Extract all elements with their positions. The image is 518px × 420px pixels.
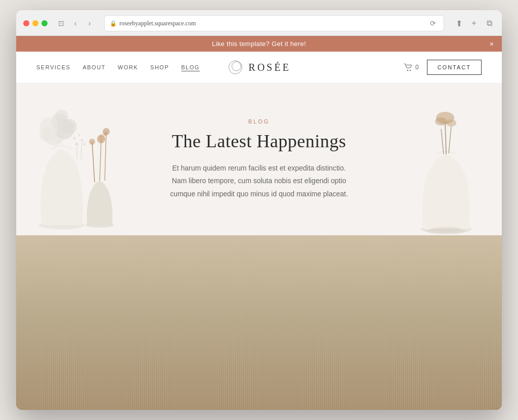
blog-image-section [16, 235, 502, 410]
svg-point-33 [435, 117, 447, 125]
main-nav: SERVICES ABOUT WORK SHOP BLOG ROSÉE [16, 52, 502, 83]
hero-description: Et harum quidem rerum facilis est et exp… [168, 162, 350, 200]
svg-point-1 [232, 62, 241, 71]
svg-point-21 [75, 143, 78, 146]
reload-button[interactable]: ⟳ [427, 18, 439, 29]
svg-point-11 [39, 127, 54, 141]
svg-point-25 [78, 134, 80, 136]
nav-item-services[interactable]: SERVICES [36, 64, 70, 70]
duplicate-tab-button[interactable]: ⧉ [484, 18, 495, 29]
svg-point-23 [73, 137, 76, 140]
maximize-window-button[interactable] [41, 20, 48, 26]
svg-point-12 [55, 110, 68, 123]
minimize-window-button[interactable] [32, 20, 38, 26]
site-logo[interactable]: ROSÉE [227, 59, 290, 75]
new-tab-button[interactable]: + [468, 18, 480, 29]
hero-vases-left [16, 83, 178, 235]
svg-point-3 [410, 70, 411, 71]
hero-section: BLOG The Latest Happenings Et harum quid… [16, 83, 502, 235]
notification-close-button[interactable]: × [490, 40, 494, 48]
hero-vases-right [401, 83, 492, 235]
cart-button[interactable]: 0 [404, 63, 419, 71]
logo-icon [227, 59, 243, 75]
sidebar-toggle-button[interactable]: ⊡ [56, 18, 67, 29]
traffic-lights [23, 20, 48, 26]
nav-item-work[interactable]: WORK [118, 64, 138, 70]
svg-line-15 [92, 142, 95, 182]
nav-item-shop[interactable]: SHOP [150, 64, 169, 70]
cozy-scene-bg [16, 235, 502, 410]
notification-bar: Like this template? Get it here! × [16, 36, 502, 52]
cart-count: 0 [415, 64, 419, 71]
hero-section-label: BLOG [168, 118, 350, 124]
svg-point-22 [81, 139, 83, 141]
svg-point-20 [103, 132, 107, 136]
contact-button[interactable]: CONTACT [427, 60, 482, 75]
svg-point-19 [99, 134, 104, 139]
cart-icon [404, 63, 413, 71]
rug-texture [16, 235, 502, 410]
svg-point-36 [427, 228, 465, 234]
hero-content: BLOG The Latest Happenings Et harum quid… [158, 98, 360, 221]
svg-point-0 [229, 61, 242, 74]
svg-line-31 [449, 127, 451, 153]
forward-button[interactable]: › [84, 18, 95, 29]
svg-line-30 [441, 129, 444, 154]
hero-title: The Latest Happenings [168, 131, 350, 152]
logo-text: ROSÉE [248, 62, 290, 73]
svg-point-2 [407, 70, 408, 71]
back-button[interactable]: ‹ [70, 18, 81, 29]
vase-right-illustration [406, 94, 487, 235]
svg-point-34 [446, 119, 456, 127]
share-button[interactable]: ⬆ [453, 18, 464, 29]
svg-point-18 [89, 139, 95, 145]
browser-controls: ⊡ ‹ › [56, 18, 95, 29]
notification-text: Like this template? Get it here! [212, 40, 306, 48]
url-text: roseebyapplet.squarespace.com [119, 20, 196, 27]
browser-window: ⊡ ‹ › 🔒 roseebyapplet.squarespace.com ⟳ … [16, 10, 502, 410]
address-bar[interactable]: 🔒 roseebyapplet.squarespace.com ⟳ [104, 15, 444, 31]
svg-line-27 [81, 142, 82, 159]
website-content: Like this template? Get it here! × SERVI… [16, 36, 502, 410]
close-window-button[interactable] [23, 20, 29, 26]
lock-icon: 🔒 [110, 20, 117, 27]
browser-chrome: ⊡ ‹ › 🔒 roseebyapplet.squarespace.com ⟳ … [16, 10, 502, 36]
vases-left-illustration [26, 94, 178, 235]
nav-left: SERVICES ABOUT WORK SHOP BLOG [36, 64, 200, 70]
nav-item-about[interactable]: ABOUT [82, 64, 105, 70]
svg-line-13 [100, 139, 101, 181]
svg-line-29 [445, 121, 446, 154]
nav-item-blog[interactable]: BLOG [181, 64, 200, 70]
svg-point-24 [83, 143, 85, 145]
nav-right: 0 CONTACT [404, 60, 482, 75]
browser-actions: ⬆ + ⧉ [453, 18, 495, 29]
